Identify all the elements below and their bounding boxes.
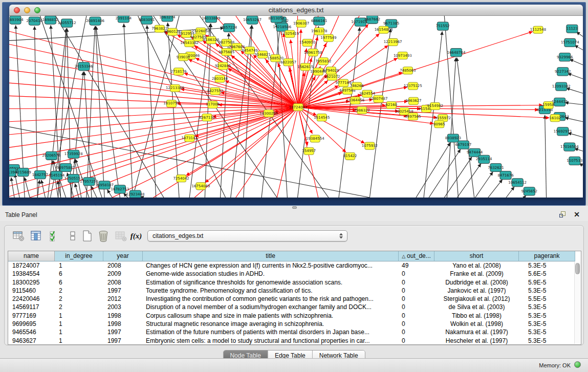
table-cell[interactable]: 6 — [55, 270, 103, 278]
table-cell[interactable]: 2 — [55, 303, 103, 311]
table-cell[interactable]: 5.6E-5 — [519, 270, 570, 278]
table-cell[interactable]: 5.5E-5 — [519, 295, 570, 303]
table-cell[interactable]: 0 — [399, 320, 434, 328]
table-row[interactable]: 911546021997Tourette syndrome. Phenomeno… — [8, 287, 574, 295]
column-header-short[interactable]: short — [434, 251, 519, 261]
table-cell[interactable]: 5.3E-5 — [519, 287, 570, 295]
table-cell[interactable]: 1 — [55, 261, 103, 270]
table-cell[interactable]: de Silva et al. (2003) — [434, 303, 519, 311]
memory-ok-icon[interactable] — [574, 361, 581, 368]
scrollbar-thumb[interactable] — [575, 263, 580, 274]
table-cell[interactable]: 2003 — [103, 303, 143, 311]
table-cell[interactable]: Genome-wide association studies in ADHD. — [143, 270, 399, 278]
float-panel-icon[interactable] — [559, 211, 567, 218]
table-cell[interactable]: 2012 — [103, 295, 143, 303]
column-header-pagerank[interactable]: pagerank — [519, 251, 575, 261]
row-icon[interactable] — [66, 229, 79, 243]
table-row[interactable]: 2242004622012Investigating the contribut… — [8, 295, 574, 303]
table-cell[interactable]: 9463627 — [8, 337, 55, 344]
table-cell[interactable]: 1998 — [103, 312, 143, 320]
table-cell[interactable]: 2008 — [103, 278, 143, 287]
table-cell[interactable]: Franke et al. (2009) — [434, 270, 519, 278]
table-cell[interactable]: 9699695 — [8, 320, 55, 328]
table-cell[interactable]: 1 — [55, 337, 103, 344]
table-cell[interactable]: Investigating the contribution of common… — [143, 295, 399, 303]
table-cell[interactable]: 9777169 — [8, 312, 55, 320]
table-cell[interactable]: Hescheler et al. (1997) — [434, 337, 519, 344]
table-cell[interactable]: 0 — [399, 312, 434, 320]
network-window[interactable]: citations_edges.txt 16939042070410169881… — [9, 5, 583, 198]
table-cell[interactable]: Disruption of a novel member of a sodium… — [143, 303, 399, 311]
table-cell[interactable]: 5.3E-5 — [519, 312, 570, 320]
table-cell[interactable]: 2008 — [103, 261, 143, 270]
table-cell[interactable]: Estimation of significance thresholds fo… — [143, 278, 399, 287]
table-cell[interactable]: 5.3E-5 — [519, 328, 570, 336]
table-cell[interactable]: 5.3E-5 — [519, 320, 570, 328]
table-cell[interactable]: 18300295 — [8, 278, 55, 287]
splitter-grip-icon[interactable] — [292, 206, 297, 209]
table-row[interactable]: 1872400712008Changes of HCN gene express… — [8, 261, 574, 270]
table-cell[interactable]: 0 — [399, 303, 434, 311]
new-document-icon[interactable] — [80, 229, 94, 243]
table-cell[interactable]: Tourette syndrome. Phenomenology and cla… — [143, 287, 399, 295]
table-cell[interactable]: 1998 — [103, 320, 143, 328]
table-cell[interactable]: Corpus callosum shape and size in male p… — [143, 312, 399, 320]
table-row[interactable]: 977716911998Corpus callosum shape and si… — [8, 312, 574, 320]
table-select[interactable]: citations_edges.txt — [147, 230, 347, 242]
table-row[interactable]: 1938455462009Genome-wide association stu… — [8, 270, 574, 278]
table-cell[interactable]: 0 — [399, 287, 434, 295]
table-cell[interactable]: 14569117 — [8, 303, 55, 311]
column-header-name[interactable]: name — [8, 251, 55, 261]
table-cell[interactable]: 6 — [55, 278, 103, 287]
table-cell[interactable]: Nakamura et al. (1997) — [434, 328, 519, 336]
table-cell[interactable]: Jankovic et al. (1997) — [434, 287, 519, 295]
close-window-button[interactable] — [14, 7, 20, 13]
trash-icon[interactable] — [97, 229, 110, 243]
checklist-icon[interactable] — [48, 229, 61, 243]
table-cell[interactable]: 0 — [399, 278, 434, 287]
citation-network-graph[interactable]: 1693904207041016988121405571220891406239… — [9, 16, 583, 198]
table-cell[interactable]: 2 — [55, 287, 103, 295]
table-cell[interactable]: Structural magnetic resonance image aver… — [143, 320, 399, 328]
table-cell[interactable]: 1997 — [103, 328, 143, 336]
table-cell[interactable]: 0 — [399, 270, 434, 278]
network-window-titlebar[interactable]: citations_edges.txt — [9, 5, 583, 16]
table-cell[interactable]: 22420046 — [8, 295, 55, 303]
table-cell[interactable]: 2009 — [103, 270, 143, 278]
table-row[interactable]: 946362711997Embryonic stem cells: a mode… — [8, 337, 574, 344]
table-cell[interactable]: 19384554 — [8, 270, 55, 278]
table-row[interactable]: 946554611997Estimation of the future num… — [8, 328, 574, 336]
table-cell[interactable]: Yano et al. (2008) — [434, 261, 519, 270]
column-select-icon[interactable] — [29, 229, 42, 243]
table-cell[interactable]: 1 — [55, 312, 103, 320]
table-row[interactable]: 969969511998Structural magnetic resonanc… — [8, 320, 574, 328]
table-row[interactable]: 1830029562008Estimation of significance … — [8, 278, 574, 287]
table-vertical-scrollbar[interactable] — [574, 262, 580, 344]
table-cell[interactable]: Wolkin et al. (1998) — [434, 320, 519, 328]
table-cell[interactable]: 49 — [399, 261, 434, 270]
column-header-title[interactable]: title — [143, 251, 399, 261]
table-settings-icon[interactable] — [12, 229, 25, 243]
zoom-window-button[interactable] — [34, 7, 40, 13]
table-cell[interactable]: Dudbridge et al. (2008) — [434, 278, 519, 287]
table-row[interactable]: 1456911722003Disruption of a novel membe… — [8, 303, 574, 311]
close-panel-icon[interactable]: ✕ — [574, 210, 580, 218]
table-cell[interactable]: 9465546 — [8, 328, 55, 336]
table-cell[interactable]: 5.9E-5 — [519, 278, 570, 287]
table-cell[interactable]: 5.3E-5 — [519, 261, 570, 270]
table-cell[interactable]: Tibbo et al. (1998) — [434, 312, 519, 320]
table-cell[interactable]: 1 — [55, 328, 103, 336]
table-cell[interactable]: Estimation of the future numbers of pati… — [143, 328, 399, 336]
table-cell[interactable]: 0 — [399, 295, 434, 303]
table-cell[interactable]: 5.3E-5 — [519, 303, 570, 311]
network-canvas[interactable]: 1693904207041016988121405571220891406239… — [9, 16, 583, 198]
table-cell[interactable]: 1997 — [103, 287, 143, 295]
function-icon[interactable]: f(x) — [129, 229, 143, 243]
table-cell[interactable]: 1997 — [103, 337, 143, 344]
minimize-window-button[interactable] — [24, 7, 30, 13]
table-cell[interactable]: 18724007 — [8, 261, 55, 270]
table-cell[interactable]: 1 — [55, 320, 103, 328]
column-header-year[interactable]: year — [103, 251, 143, 261]
table-cell[interactable]: 0 — [399, 337, 434, 344]
table-cell[interactable]: 9115460 — [8, 287, 55, 295]
